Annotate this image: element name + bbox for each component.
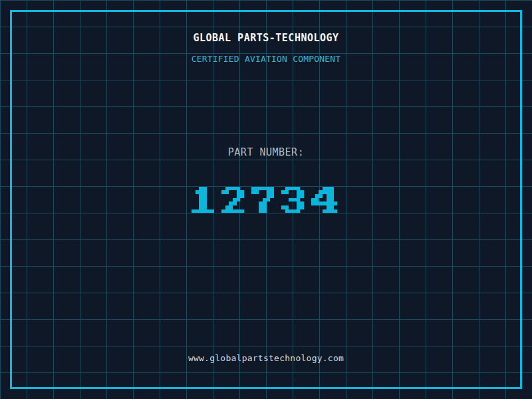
part-number-digit bbox=[221, 183, 251, 217]
footer-website: www.globalpartstechnology.com bbox=[0, 354, 532, 362]
part-number-digit bbox=[251, 183, 281, 217]
part-number-digit bbox=[192, 183, 221, 217]
part-number-digit bbox=[311, 183, 341, 217]
part-number-label: PART NUMBER: bbox=[0, 148, 532, 158]
part-number-value: 12734 bbox=[0, 183, 532, 217]
page-subtitle: CERTIFIED AVIATION COMPONENT bbox=[0, 55, 532, 63]
blueprint-page: { "page": { "header": { "title": "GLOBAL… bbox=[0, 0, 532, 399]
part-number-digit bbox=[281, 183, 311, 217]
page-title: GLOBAL PARTS-TECHNOLOGY bbox=[0, 33, 532, 43]
